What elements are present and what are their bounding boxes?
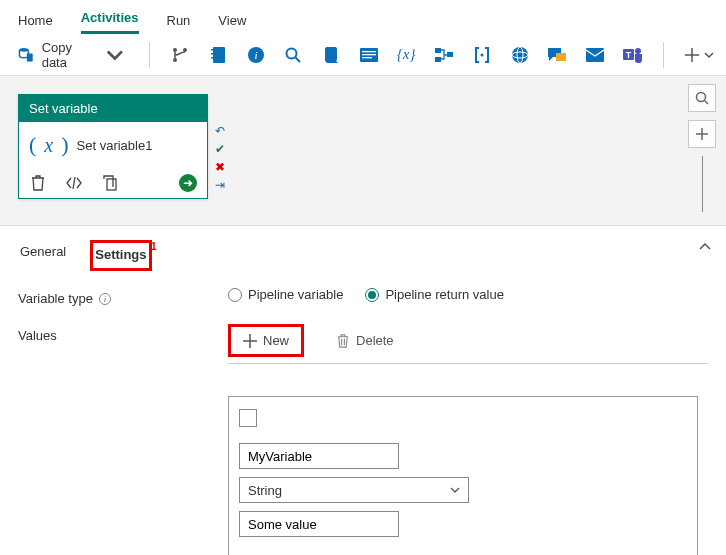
variable-fx-icon[interactable]: {x} [396,45,416,65]
svg-rect-25 [556,53,566,61]
teams-icon[interactable]: T [623,45,643,65]
pipeline-canvas[interactable]: Set variable ( x ) Set variable1 ➜ ↶ ✔ ✖… [0,76,726,226]
tab-settings[interactable]: Settings 1 [90,240,151,271]
svg-point-22 [512,47,528,63]
divider-line [702,156,703,212]
script-icon[interactable] [321,45,341,65]
svg-rect-7 [211,53,214,55]
value-name-input[interactable] [239,443,399,469]
activity-node-set-variable[interactable]: Set variable ( x ) Set variable1 ➜ [18,94,208,199]
globe-icon[interactable] [510,45,530,65]
separator [663,42,664,68]
svg-rect-13 [325,47,337,61]
svg-rect-1 [27,53,33,61]
bracket-icon[interactable] [472,45,492,65]
delete-value-button[interactable]: Delete [324,327,406,354]
close-icon[interactable]: ✖ [212,160,228,176]
svg-text:T: T [626,50,632,60]
nav-tab-run[interactable]: Run [167,13,191,34]
add-activity-button[interactable] [684,47,714,63]
notebook-icon[interactable] [208,45,228,65]
check-icon[interactable]: ✔ [212,142,228,158]
svg-rect-26 [586,48,604,62]
run-arrow-icon[interactable]: ➜ [179,174,197,192]
list-icon[interactable] [359,45,379,65]
branch-icon[interactable] [170,45,190,65]
copy-data-button[interactable]: Copy data [12,36,129,74]
separator [149,42,150,68]
new-button-label: New [263,333,289,348]
flow-icon[interactable] [434,45,454,65]
radio-pipeline-variable[interactable]: Pipeline variable [228,287,343,302]
svg-rect-6 [211,49,214,51]
nav-tab-activities[interactable]: Activities [81,10,139,34]
variable-type-label: Variable type [18,291,93,306]
svg-rect-20 [447,52,453,57]
nav-tab-view[interactable]: View [218,13,246,34]
svg-rect-19 [435,57,441,62]
undo-icon[interactable]: ↶ [212,124,228,140]
svg-point-31 [697,93,706,102]
svg-line-12 [296,57,301,62]
tab-settings-label: Settings [95,247,146,262]
svg-point-11 [287,48,297,58]
copy-icon[interactable] [101,174,119,192]
top-nav: Home Activities Run View [0,0,726,34]
value-type-selected: String [248,483,282,498]
toolbar: Copy data i {x} T [0,34,726,76]
chat-icon[interactable] [547,45,567,65]
plus-icon [684,47,700,63]
svg-text:i: i [254,49,257,61]
canvas-search-button[interactable] [688,84,716,112]
tab-general[interactable]: General [18,240,68,271]
value-checkbox[interactable] [239,409,257,427]
database-icon [18,46,36,64]
trash-icon [336,334,350,348]
radio-pipeline-return-value[interactable]: Pipeline return value [365,287,504,302]
delete-button-label: Delete [356,333,394,348]
chevron-down-icon [106,46,124,64]
activity-node-name: Set variable1 [77,138,153,153]
nav-tab-home[interactable]: Home [18,13,53,34]
svg-line-32 [705,101,709,105]
info-icon[interactable]: i [99,293,111,305]
value-type-select[interactable]: String [239,477,469,503]
variable-fx-icon: x [44,134,53,157]
collapse-chevron-icon[interactable] [698,240,712,254]
value-item: String [228,396,698,555]
properties-panel: General Settings 1 Variable type i Pipel… [0,226,726,555]
svg-rect-18 [435,48,441,53]
search-icon[interactable] [283,45,303,65]
value-value-input[interactable] [239,511,399,537]
canvas-add-button[interactable] [688,120,716,148]
mail-icon[interactable] [585,45,605,65]
copy-data-label: Copy data [42,40,100,70]
export-icon[interactable]: ⇥ [212,178,228,194]
chevron-down-icon [704,50,714,60]
svg-rect-15 [362,51,376,52]
svg-rect-8 [211,57,214,59]
new-value-button[interactable]: New [228,324,304,357]
svg-point-0 [19,47,28,51]
node-side-controls: ↶ ✔ ✖ ⇥ [212,124,228,194]
svg-point-2 [173,48,177,52]
canvas-side-tools [688,84,716,212]
svg-rect-16 [362,54,376,55]
properties-tabs: General Settings 1 [18,240,708,271]
svg-point-29 [635,48,641,54]
svg-rect-30 [107,179,116,190]
info-circle-icon[interactable]: i [246,45,266,65]
values-label: Values [18,328,57,343]
code-icon[interactable] [65,174,83,192]
svg-point-21 [480,53,483,56]
plus-icon [243,334,257,348]
radio-pipeline-return-label: Pipeline return value [385,287,504,302]
radio-checked-icon [365,288,379,302]
activity-node-title: Set variable [19,95,207,122]
paren-left: ( [29,132,36,158]
tab-settings-badge: 1 [151,241,157,252]
radio-pipeline-variable-label: Pipeline variable [248,287,343,302]
trash-icon[interactable] [29,174,47,192]
svg-point-4 [173,58,177,62]
radio-unchecked-icon [228,288,242,302]
